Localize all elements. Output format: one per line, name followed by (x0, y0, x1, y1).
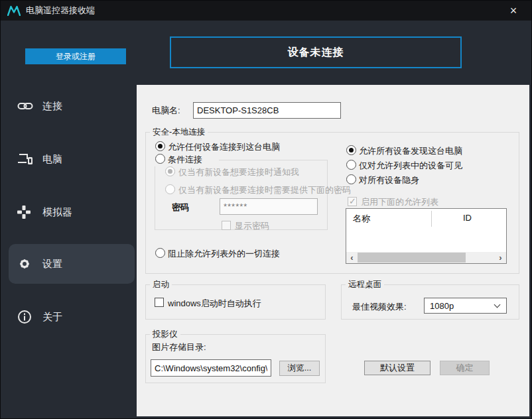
default-settings-button[interactable]: 默认设置 (364, 361, 431, 375)
radio-allow-any-device[interactable] (155, 141, 165, 151)
radio-visible-to-allowlist-label: 仅对允许列表中的设备可见 (359, 160, 462, 171)
best-video-label: 最佳视频效果: (352, 302, 407, 312)
password-label: 密码 (172, 202, 189, 213)
projector-group-title: 投影仪 (150, 329, 180, 340)
info-icon (17, 310, 34, 324)
gamepad-dpad-icon (17, 206, 34, 219)
image-dir-input[interactable] (151, 359, 271, 377)
radio-conditional-connect[interactable] (155, 154, 165, 164)
remote-desktop-group-title: 远程桌面 (346, 279, 384, 290)
scrollbar-thumb[interactable] (358, 253, 466, 263)
computer-name-input[interactable] (193, 102, 341, 119)
enable-allowlist-checkbox[interactable] (348, 197, 357, 206)
radio-invisible-to-all[interactable] (346, 174, 356, 184)
autorun-checkbox[interactable] (155, 298, 164, 307)
autorun-label: windows启动时自动执行 (168, 298, 261, 309)
browse-button[interactable]: 浏览... (279, 361, 320, 376)
ok-button[interactable]: 确定 (440, 361, 490, 375)
allowlist-col-id: ID (463, 213, 472, 223)
radio-invisible-to-all-label: 对所有设备隐身 (359, 175, 419, 186)
sidebar-item-settings[interactable]: 设置 (1, 254, 137, 274)
settings-panel: 电脑名: 安全-本地连接 允许任何设备连接到这台电脑 条件连接 仅当有新设备想要… (137, 85, 529, 416)
image-dir-label: 图片存储目录: (152, 342, 206, 353)
sidebar-item-emulator[interactable]: 模拟器 (1, 202, 137, 222)
gear-icon (17, 257, 34, 271)
radio-block-all-except-allowlist-label: 阻止除允许列表外的一切连接 (168, 249, 280, 259)
app-window: 电脑遥控器接收端 × 登录或注册 设备未连接 连接 电脑 模拟器 设置 关 (0, 0, 532, 419)
radio-notify-new-device-label: 仅当有新设备想要连接时通知我 (178, 167, 299, 178)
sidebar-item-connect[interactable]: 连接 (1, 96, 137, 116)
sidebar-item-about[interactable]: 关于 (1, 307, 137, 327)
allowlist-column-divider (431, 211, 432, 227)
show-password-label: 显示密码 (235, 221, 269, 231)
radio-discoverable-by-all-label: 允许所有设备发现这台电脑 (359, 146, 462, 156)
computer-name-label: 电脑名: (152, 105, 180, 116)
scroll-left-icon[interactable]: ‹ (346, 252, 358, 263)
security-group-title: 安全-本地连接 (150, 127, 208, 138)
link-icon (17, 101, 34, 111)
radio-block-all-except-allowlist[interactable] (155, 248, 165, 258)
window-title: 电脑遥控器接收端 (26, 5, 95, 17)
sidebar-item-computer[interactable]: 电脑 (1, 149, 137, 169)
app-logo-icon (7, 5, 21, 16)
login-register-button[interactable]: 登录或注册 (25, 48, 126, 64)
radio-visible-to-allowlist[interactable] (346, 160, 356, 170)
sidebar-label-computer: 电脑 (42, 153, 62, 166)
video-quality-value: 1080p (430, 301, 454, 311)
sidebar-label-about: 关于 (42, 311, 62, 324)
allowlist-horizontal-scrollbar[interactable]: ‹ › (346, 252, 506, 263)
enable-allowlist-label: 启用下面的允许列表 (361, 197, 438, 208)
allowlist-col-name: 名称 (353, 213, 370, 225)
device-status-banner: 设备未连接 (170, 36, 462, 68)
titlebar: 电脑遥控器接收端 × (1, 1, 531, 21)
radio-require-password-label: 仅当有新设备想要连接时需要提供下面的密码 (178, 185, 351, 196)
conditional-connect-row: 条件连接 (153, 153, 219, 166)
sidebar-label-settings: 设置 (42, 258, 62, 270)
radio-conditional-connect-label: 条件连接 (168, 154, 202, 165)
sidebar-label-emulator: 模拟器 (42, 206, 72, 219)
allowlist-table[interactable]: 名称 ID ‹ › (346, 208, 507, 264)
radio-require-password[interactable] (165, 184, 175, 194)
password-input[interactable] (220, 198, 318, 215)
radio-allow-any-device-label: 允许任何设备连接到这台电脑 (168, 142, 280, 152)
show-password-checkbox[interactable] (222, 221, 231, 230)
radio-discoverable-by-all[interactable] (346, 145, 356, 155)
scroll-right-icon[interactable]: › (495, 252, 506, 263)
close-icon[interactable]: × (502, 1, 525, 21)
devices-icon (17, 153, 34, 165)
sidebar-label-connect: 连接 (42, 100, 62, 113)
startup-group-title: 启动 (150, 279, 172, 290)
radio-notify-new-device[interactable] (165, 166, 175, 176)
video-quality-dropdown[interactable]: 1080p (424, 298, 507, 314)
chevron-down-icon (494, 302, 501, 308)
